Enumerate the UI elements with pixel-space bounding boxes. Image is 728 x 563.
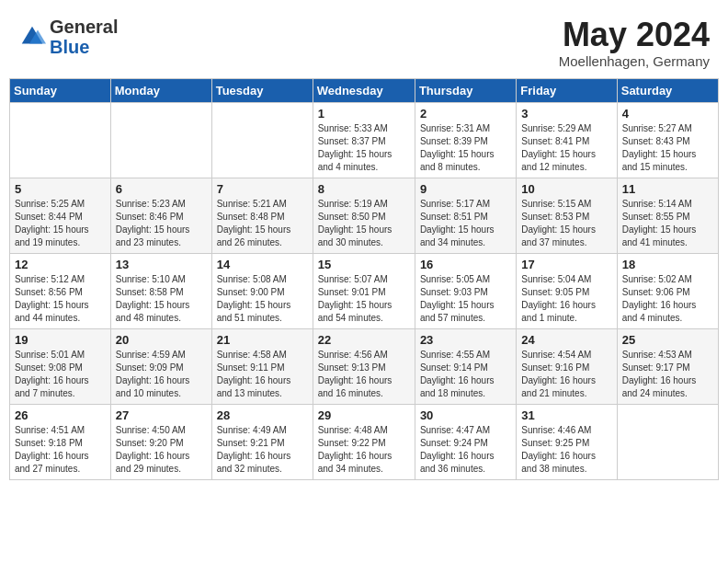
calendar-cell: 18Sunrise: 5:02 AM Sunset: 9:06 PM Dayli… xyxy=(617,253,718,328)
calendar-cell: 3Sunrise: 5:29 AM Sunset: 8:41 PM Daylig… xyxy=(517,102,617,178)
calendar-week-1: 1Sunrise: 5:33 AM Sunset: 8:37 PM Daylig… xyxy=(10,102,719,178)
day-number: 4 xyxy=(622,107,713,121)
day-number: 20 xyxy=(116,333,207,347)
day-info: Sunrise: 5:04 AM Sunset: 9:05 PM Dayligh… xyxy=(521,273,611,325)
day-number: 19 xyxy=(15,333,106,347)
calendar-cell: 2Sunrise: 5:31 AM Sunset: 8:39 PM Daylig… xyxy=(415,102,516,178)
calendar-cell: 20Sunrise: 4:59 AM Sunset: 9:09 PM Dayli… xyxy=(110,328,211,404)
day-number: 13 xyxy=(116,258,207,271)
day-info: Sunrise: 5:21 AM Sunset: 8:48 PM Dayligh… xyxy=(217,198,308,249)
day-info: Sunrise: 5:02 AM Sunset: 9:06 PM Dayligh… xyxy=(622,273,713,325)
day-info: Sunrise: 5:31 AM Sunset: 8:39 PM Dayligh… xyxy=(420,122,511,174)
calendar-cell xyxy=(211,102,313,178)
day-info: Sunrise: 5:07 AM Sunset: 9:01 PM Dayligh… xyxy=(318,273,410,325)
calendar-week-4: 19Sunrise: 5:01 AM Sunset: 9:08 PM Dayli… xyxy=(10,328,719,404)
day-number: 22 xyxy=(318,333,410,347)
day-number: 30 xyxy=(420,408,511,422)
day-number: 15 xyxy=(318,258,410,271)
day-number: 11 xyxy=(622,182,713,196)
day-info: Sunrise: 5:19 AM Sunset: 8:50 PM Dayligh… xyxy=(318,198,410,249)
calendar-cell: 1Sunrise: 5:33 AM Sunset: 8:37 PM Daylig… xyxy=(313,102,415,178)
day-info: Sunrise: 5:23 AM Sunset: 8:46 PM Dayligh… xyxy=(116,198,207,249)
day-number: 21 xyxy=(217,333,308,347)
column-header-tuesday: Tuesday xyxy=(211,78,313,102)
calendar-cell: 30Sunrise: 4:47 AM Sunset: 9:24 PM Dayli… xyxy=(415,404,516,479)
calendar-cell: 26Sunrise: 4:51 AM Sunset: 9:18 PM Dayli… xyxy=(10,404,111,479)
calendar-cell: 28Sunrise: 4:49 AM Sunset: 9:21 PM Dayli… xyxy=(211,404,313,479)
calendar-week-2: 5Sunrise: 5:25 AM Sunset: 8:44 PM Daylig… xyxy=(10,178,719,253)
day-info: Sunrise: 5:25 AM Sunset: 8:44 PM Dayligh… xyxy=(15,198,106,249)
day-number: 5 xyxy=(15,182,106,196)
calendar-cell: 24Sunrise: 4:54 AM Sunset: 9:16 PM Dayli… xyxy=(517,328,617,404)
calendar-body: 1Sunrise: 5:33 AM Sunset: 8:37 PM Daylig… xyxy=(10,102,719,479)
column-header-saturday: Saturday xyxy=(617,78,718,102)
calendar-cell xyxy=(617,404,718,479)
day-number: 7 xyxy=(217,182,308,196)
day-number: 10 xyxy=(521,182,611,196)
day-info: Sunrise: 4:47 AM Sunset: 9:24 PM Dayligh… xyxy=(420,424,511,476)
day-number: 31 xyxy=(521,408,611,422)
month-title: May 2024 xyxy=(559,17,710,53)
day-info: Sunrise: 5:12 AM Sunset: 8:56 PM Dayligh… xyxy=(15,273,106,325)
column-header-friday: Friday xyxy=(517,78,617,102)
logo-general-text: General xyxy=(50,17,118,37)
logo-blue-text: Blue xyxy=(50,37,118,57)
day-number: 27 xyxy=(116,408,207,422)
calendar-cell: 4Sunrise: 5:27 AM Sunset: 8:43 PM Daylig… xyxy=(617,102,718,178)
calendar-cell: 31Sunrise: 4:46 AM Sunset: 9:25 PM Dayli… xyxy=(517,404,617,479)
column-header-monday: Monday xyxy=(110,78,211,102)
calendar-cell: 12Sunrise: 5:12 AM Sunset: 8:56 PM Dayli… xyxy=(10,253,111,328)
day-info: Sunrise: 4:49 AM Sunset: 9:21 PM Dayligh… xyxy=(217,424,308,476)
column-header-thursday: Thursday xyxy=(415,78,516,102)
day-number: 12 xyxy=(15,258,106,271)
day-info: Sunrise: 4:56 AM Sunset: 9:13 PM Dayligh… xyxy=(318,349,410,400)
day-number: 1 xyxy=(318,107,410,121)
day-number: 2 xyxy=(420,107,511,121)
calendar-cell: 8Sunrise: 5:19 AM Sunset: 8:50 PM Daylig… xyxy=(313,178,415,253)
calendar-cell: 27Sunrise: 4:50 AM Sunset: 9:20 PM Dayli… xyxy=(110,404,211,479)
header: General Blue May 2024 Moellenhagen, Germ… xyxy=(9,9,719,75)
day-info: Sunrise: 4:51 AM Sunset: 9:18 PM Dayligh… xyxy=(15,424,106,476)
logo: General Blue xyxy=(18,17,118,57)
calendar-cell: 16Sunrise: 5:05 AM Sunset: 9:03 PM Dayli… xyxy=(415,253,516,328)
day-info: Sunrise: 5:33 AM Sunset: 8:37 PM Dayligh… xyxy=(318,122,410,174)
calendar-cell: 11Sunrise: 5:14 AM Sunset: 8:55 PM Dayli… xyxy=(617,178,718,253)
calendar-cell: 21Sunrise: 4:58 AM Sunset: 9:11 PM Dayli… xyxy=(211,328,313,404)
day-number: 24 xyxy=(521,333,611,347)
calendar-cell: 22Sunrise: 4:56 AM Sunset: 9:13 PM Dayli… xyxy=(313,328,415,404)
day-number: 17 xyxy=(521,258,611,271)
calendar-cell: 23Sunrise: 4:55 AM Sunset: 9:14 PM Dayli… xyxy=(415,328,516,404)
calendar-cell: 13Sunrise: 5:10 AM Sunset: 8:58 PM Dayli… xyxy=(110,253,211,328)
day-number: 3 xyxy=(521,107,611,121)
day-info: Sunrise: 5:29 AM Sunset: 8:41 PM Dayligh… xyxy=(521,122,611,174)
day-number: 25 xyxy=(622,333,713,347)
day-info: Sunrise: 5:05 AM Sunset: 9:03 PM Dayligh… xyxy=(420,273,511,325)
day-number: 26 xyxy=(15,408,106,422)
calendar-cell xyxy=(10,102,111,178)
day-number: 18 xyxy=(622,258,713,271)
calendar-cell: 10Sunrise: 5:15 AM Sunset: 8:53 PM Dayli… xyxy=(517,178,617,253)
calendar-cell xyxy=(110,102,211,178)
day-number: 29 xyxy=(318,408,410,422)
day-info: Sunrise: 4:59 AM Sunset: 9:09 PM Dayligh… xyxy=(116,349,207,400)
calendar-header-row: SundayMondayTuesdayWednesdayThursdayFrid… xyxy=(10,78,719,102)
day-info: Sunrise: 4:54 AM Sunset: 9:16 PM Dayligh… xyxy=(521,349,611,400)
calendar-cell: 29Sunrise: 4:48 AM Sunset: 9:22 PM Dayli… xyxy=(313,404,415,479)
day-info: Sunrise: 5:01 AM Sunset: 9:08 PM Dayligh… xyxy=(15,349,106,400)
day-info: Sunrise: 4:55 AM Sunset: 9:14 PM Dayligh… xyxy=(420,349,511,400)
day-number: 8 xyxy=(318,182,410,196)
day-info: Sunrise: 4:58 AM Sunset: 9:11 PM Dayligh… xyxy=(217,349,308,400)
column-header-wednesday: Wednesday xyxy=(313,78,415,102)
title-block: May 2024 Moellenhagen, Germany xyxy=(559,17,710,69)
calendar-cell: 9Sunrise: 5:17 AM Sunset: 8:51 PM Daylig… xyxy=(415,178,516,253)
day-number: 16 xyxy=(420,258,511,271)
logo-icon xyxy=(18,23,46,51)
calendar-cell: 6Sunrise: 5:23 AM Sunset: 8:46 PM Daylig… xyxy=(110,178,211,253)
day-info: Sunrise: 4:50 AM Sunset: 9:20 PM Dayligh… xyxy=(116,424,207,476)
day-info: Sunrise: 4:46 AM Sunset: 9:25 PM Dayligh… xyxy=(521,424,611,476)
calendar-week-3: 12Sunrise: 5:12 AM Sunset: 8:56 PM Dayli… xyxy=(10,253,719,328)
day-info: Sunrise: 5:08 AM Sunset: 9:00 PM Dayligh… xyxy=(217,273,308,325)
calendar-cell: 17Sunrise: 5:04 AM Sunset: 9:05 PM Dayli… xyxy=(517,253,617,328)
day-info: Sunrise: 4:53 AM Sunset: 9:17 PM Dayligh… xyxy=(622,349,713,400)
day-info: Sunrise: 4:48 AM Sunset: 9:22 PM Dayligh… xyxy=(318,424,410,476)
